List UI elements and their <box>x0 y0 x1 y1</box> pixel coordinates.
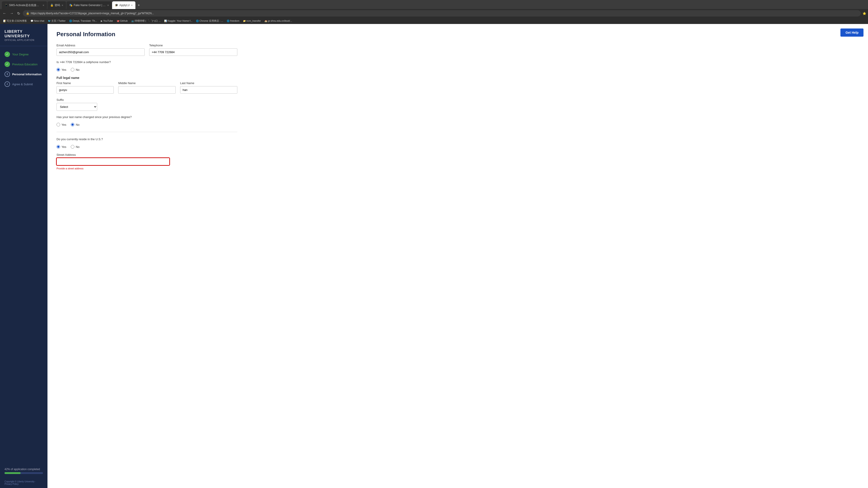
bookmark-shnu[interactable]: 🏫 gr.shnu.edu.cn/ksxt/... <box>263 19 293 23</box>
tab-password[interactable]: 🔒 密码 ✕ <box>48 1 66 9</box>
back-button[interactable]: ← <box>2 10 7 16</box>
bookmarks-bar: 📝 写文章-CSDN博客 💬 New chat 🐦 主页 / Twitter 🌐… <box>0 18 868 24</box>
bookmark-github-icon: 🐙 <box>117 20 119 22</box>
progress-bar-fill <box>4 472 21 474</box>
first-name-group: First Name <box>57 82 114 94</box>
first-name-input[interactable] <box>57 86 114 94</box>
full-name-section-label: Full legal name <box>57 76 237 80</box>
bookmark-youtube[interactable]: ▶ YouTube <box>99 19 114 23</box>
cellphone-no-label: No <box>76 68 80 71</box>
tab-close-apply[interactable]: ✕ <box>131 4 133 6</box>
bookmark-csdn-label: 写文章-CSDN博客 <box>6 19 27 23</box>
bookmark-csdn[interactable]: 📝 写文章-CSDN博客 <box>2 19 28 23</box>
bookmark-ncm[interactable]: 📁 ncm_transfer <box>242 19 262 23</box>
last-name-changed-yes-option[interactable]: Yes <box>57 123 66 126</box>
bookmark-freedom-icon: 🌐 <box>227 20 229 22</box>
new-tab-button[interactable]: + <box>136 3 142 7</box>
bookmark-bilibili-label: 哔哩哔哩 (゜-゜)つ口 ... <box>135 19 160 23</box>
step-your-degree-label: Your Degree <box>12 53 29 56</box>
last-name-input[interactable] <box>180 86 237 94</box>
tab-applylu[interactable]: 🎓 ApplyLU ✕ <box>112 1 135 9</box>
reside-us-no-radio[interactable] <box>71 145 74 149</box>
street-address-error: Provide a street address <box>57 167 169 170</box>
get-help-button[interactable]: Get Help <box>840 29 864 37</box>
bookmark-chrome-store[interactable]: 🌐 Chrome 应用商店 - ... <box>195 19 224 23</box>
section-separator <box>57 132 237 132</box>
step-agree-submit-label: Agree & Submit <box>12 83 33 86</box>
bookmark-newchat-icon: 💬 <box>31 20 33 22</box>
last-name-changed-yes-radio[interactable] <box>57 123 60 126</box>
name-row: First Name Middle Name Last Name <box>57 82 237 94</box>
bookmark-github[interactable]: 🐙 GitHub <box>115 19 129 23</box>
bookmark-shnu-icon: 🏫 <box>265 20 267 22</box>
cellphone-yes-option[interactable]: Yes <box>57 68 66 71</box>
tab-title-sms: SMS-Activate是在线接受短信的 <box>9 3 41 7</box>
main-content: Get Help Personal Information Email Addr… <box>48 24 868 488</box>
bookmark-deepl[interactable]: 🌐 DeepL Translate: Th... <box>68 19 98 23</box>
tab-sms[interactable]: 📱 SMS-Activate是在线接受短信的 ✕ <box>2 1 47 9</box>
bookmark-newchat-label: New chat <box>34 20 44 22</box>
bookmark-youtube-label: YouTube <box>103 20 113 22</box>
step-personal-info-indicator: 3 <box>4 71 10 77</box>
tab-favicon-sms: 📱 <box>4 4 8 7</box>
first-name-label: First Name <box>57 82 114 85</box>
bookmark-twitter[interactable]: 🐦 主页 / Twitter <box>46 19 67 23</box>
suffix-select[interactable]: Select Jr. Sr. II III IV <box>57 103 97 111</box>
step-prev-edu-label: Previous Education <box>12 63 37 66</box>
bookmark-bilibili[interactable]: 📺 哔哩哔哩 (゜-゜)つ口 ... <box>130 19 162 23</box>
cellphone-yes-label: Yes <box>61 68 66 71</box>
telephone-label: Telephone <box>149 44 237 47</box>
street-address-label: Street Address <box>57 153 169 156</box>
tab-favicon-fake: 🎭 <box>69 4 72 7</box>
street-address-group: Street Address Provide a street address <box>57 153 169 170</box>
step-your-degree[interactable]: ✓ Your Degree <box>4 49 44 59</box>
step-agree-submit[interactable]: 4 Agree & Submit <box>4 79 44 89</box>
tab-close-sms[interactable]: ✕ <box>42 4 44 6</box>
bookmark-deepl-icon: 🌐 <box>69 20 72 22</box>
lock-icon: 🔒 <box>26 12 29 15</box>
bookmark-newchat[interactable]: 💬 New chat <box>29 19 46 23</box>
email-input[interactable] <box>57 49 145 56</box>
bookmark-ncm-label: ncm_transfer <box>246 20 261 22</box>
reside-us-no-option[interactable]: No <box>71 145 80 149</box>
last-name-label: Last Name <box>180 82 237 85</box>
bookmark-csdn-icon: 📝 <box>3 20 6 22</box>
middle-name-group: Middle Name <box>118 82 176 94</box>
sidebar-divider <box>0 46 48 46</box>
step-previous-education[interactable]: ✓ Previous Education <box>4 59 44 69</box>
street-address-input[interactable] <box>57 158 169 165</box>
step-personal-info[interactable]: 3 Personal Information <box>4 69 44 79</box>
last-name-changed-yes-label: Yes <box>61 123 66 126</box>
cellphone-no-radio[interactable] <box>71 68 74 71</box>
reside-us-no-label: No <box>76 145 80 149</box>
reside-us-group: Do you currently reside in the U.S.? Yes… <box>57 138 237 149</box>
bookmark-freedom[interactable]: 🌐 freedom <box>225 19 241 23</box>
last-name-changed-no-radio[interactable] <box>71 123 74 126</box>
bookmark-kaggle[interactable]: 📊 Kaggle: Your Home f... <box>163 19 194 23</box>
last-name-changed-no-option[interactable]: No <box>71 123 80 126</box>
tab-close-pwd[interactable]: ✕ <box>61 4 63 6</box>
middle-name-label: Middle Name <box>118 82 176 85</box>
cellphone-no-option[interactable]: No <box>71 68 80 71</box>
telephone-input[interactable] <box>149 49 237 56</box>
forward-button[interactable]: → <box>9 10 14 16</box>
progress-bar-bg <box>4 472 43 474</box>
sidebar-footer: Copyright © Liberty University · Privacy… <box>0 478 48 488</box>
tab-fakename[interactable]: 🎭 Fake Name Generator | Faux ✕ <box>66 1 112 9</box>
browser-chrome: 📱 SMS-Activate是在线接受短信的 ✕ 🔒 密码 ✕ 🎭 Fake N… <box>0 0 868 24</box>
reside-us-yes-option[interactable]: Yes <box>57 145 66 149</box>
application-label: OFFICIAL APPLICATION <box>4 39 43 41</box>
middle-name-input[interactable] <box>118 86 176 94</box>
reside-us-yes-radio[interactable] <box>57 145 60 149</box>
tab-close-fake[interactable]: ✕ <box>107 4 109 6</box>
address-bar[interactable]: 🔒 https://apply.liberty.edu/?acode=C2722… <box>23 10 861 17</box>
bookmark-ncm-icon: 📁 <box>243 20 246 22</box>
last-name-changed-group: Has your last name changed since your pr… <box>57 115 237 126</box>
tab-favicon-apply: 🎓 <box>115 4 118 7</box>
suffix-group: Suffix Select Jr. Sr. II III IV <box>57 98 97 111</box>
bookmark-twitter-icon: 🐦 <box>48 20 51 22</box>
bookmark-youtube-icon: ▶ <box>101 20 103 22</box>
reload-button[interactable]: ↻ <box>16 10 21 17</box>
extensions-icon[interactable]: ⭐ <box>863 12 866 15</box>
cellphone-yes-radio[interactable] <box>57 68 60 71</box>
